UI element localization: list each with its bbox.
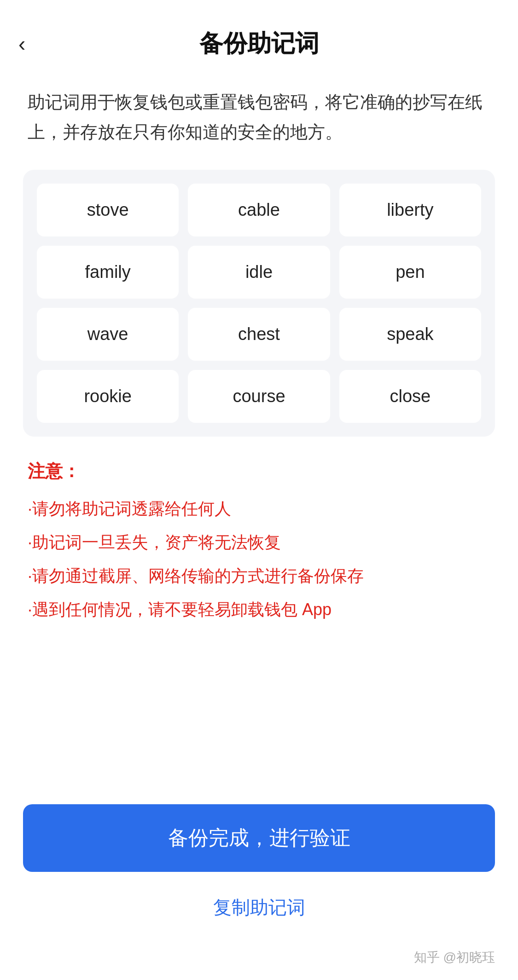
mnemonic-word-10: rookie (37, 370, 179, 423)
notice-section: 注意： ·请勿将助记词透露给任何人·助记词一旦丢失，资产将无法恢复·请勿通过截屏… (0, 437, 518, 642)
page-title: 备份助记词 (199, 28, 319, 60)
mnemonic-word-2: cable (188, 184, 330, 236)
notice-item-4: ·遇到任何情况，请不要轻易卸载钱包 App (28, 595, 490, 625)
notice-item-1: ·请勿将助记词透露给任何人 (28, 494, 490, 524)
mnemonic-grid: stovecablelibertyfamilyidlepenwavechests… (37, 184, 481, 423)
mnemonic-word-6: pen (339, 246, 481, 299)
mnemonic-word-7: wave (37, 308, 179, 361)
notice-item-3: ·请勿通过截屏、网络传输的方式进行备份保存 (28, 561, 490, 591)
mnemonic-word-12: close (339, 370, 481, 423)
header: ‹ 备份助记词 (0, 0, 518, 74)
mnemonic-word-5: idle (188, 246, 330, 299)
watermark: 知乎 @初晓珏 (414, 949, 495, 966)
mnemonic-word-8: chest (188, 308, 330, 361)
notice-title: 注意： (28, 460, 490, 483)
mnemonic-word-3: liberty (339, 184, 481, 236)
actions-section: 备份完成，进行验证 复制助记词 (0, 804, 518, 925)
mnemonic-word-9: speak (339, 308, 481, 361)
mnemonic-word-1: stove (37, 184, 179, 236)
verify-backup-button[interactable]: 备份完成，进行验证 (23, 804, 495, 872)
mnemonic-word-4: family (37, 246, 179, 299)
back-button[interactable]: ‹ (18, 33, 25, 54)
notice-item-2: ·助记词一旦丢失，资产将无法恢复 (28, 528, 490, 558)
copy-mnemonic-button[interactable]: 复制助记词 (23, 890, 495, 925)
mnemonic-word-11: course (188, 370, 330, 423)
mnemonic-grid-container: stovecablelibertyfamilyidlepenwavechests… (23, 170, 495, 437)
description-text: 助记词用于恢复钱包或重置钱包密码，将它准确的抄写在纸上，并存放在只有你知道的安全… (0, 74, 518, 170)
